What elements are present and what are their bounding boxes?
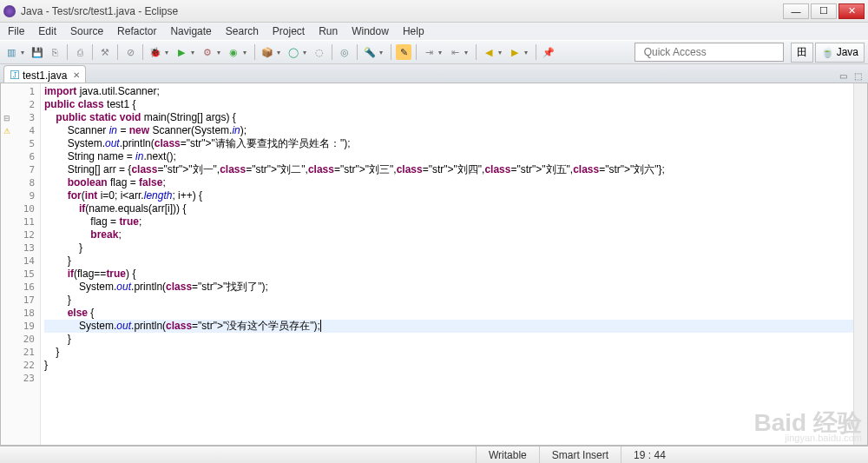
status-insert-mode: Smart Insert bbox=[539, 446, 621, 463]
java-perspective-icon: 🍵 bbox=[821, 46, 834, 58]
new-icon[interactable]: ▥ bbox=[3, 44, 19, 60]
menu-search[interactable]: Search bbox=[220, 23, 265, 39]
next-dropdown[interactable]: ▾ bbox=[438, 49, 445, 56]
back-icon[interactable]: ◀ bbox=[481, 44, 496, 60]
external-tools-icon[interactable]: ⚙ bbox=[200, 44, 215, 60]
menu-project[interactable]: Project bbox=[266, 23, 311, 39]
class-dropdown[interactable]: ▾ bbox=[303, 49, 310, 56]
open-type-icon[interactable]: ◎ bbox=[337, 44, 352, 60]
editor-area: ⊟⚠ 1234567891011121314151617181920212223… bbox=[0, 83, 868, 446]
new-class-icon[interactable]: ◯ bbox=[286, 44, 301, 60]
editor-tab-label: test1.java bbox=[23, 69, 67, 82]
menu-window[interactable]: Window bbox=[345, 23, 395, 39]
menu-run[interactable]: Run bbox=[312, 23, 344, 39]
java-file-icon: 🄹 bbox=[10, 70, 20, 81]
close-button[interactable]: ✕ bbox=[838, 3, 865, 19]
editor-margin: ⊟⚠ bbox=[1, 83, 13, 445]
status-cursor-pos: 19 : 44 bbox=[621, 446, 678, 463]
save-icon[interactable]: 💾 bbox=[30, 44, 45, 60]
debug-icon[interactable]: 🐞 bbox=[148, 44, 163, 60]
vertical-scrollbar[interactable] bbox=[853, 83, 867, 445]
coverage-icon[interactable]: ◉ bbox=[226, 44, 241, 60]
java-perspective-label: Java bbox=[837, 46, 858, 58]
open-perspective-icon: 田 bbox=[797, 45, 807, 60]
build-icon[interactable]: ⚒ bbox=[97, 44, 113, 60]
java-perspective-button[interactable]: 🍵Java bbox=[815, 43, 865, 63]
skip-breakpoints-icon[interactable]: ⊘ bbox=[122, 44, 138, 60]
open-perspective-button[interactable]: 田 bbox=[791, 43, 813, 63]
menu-edit[interactable]: Edit bbox=[32, 23, 62, 39]
print-icon[interactable]: ⎙ bbox=[72, 44, 88, 60]
menu-help[interactable]: Help bbox=[397, 23, 431, 39]
back-dropdown[interactable]: ▾ bbox=[498, 49, 505, 56]
search-icon[interactable]: 🔦 bbox=[362, 44, 378, 60]
new-package-icon[interactable]: 📦 bbox=[260, 44, 275, 60]
maximize-view-icon[interactable]: ⬚ bbox=[852, 71, 865, 81]
quick-access-input[interactable] bbox=[635, 43, 784, 62]
menu-bar: File Edit Source Refactor Navigate Searc… bbox=[0, 23, 868, 40]
tab-close-icon[interactable]: ✕ bbox=[73, 70, 80, 80]
minimize-button[interactable]: — bbox=[783, 3, 809, 19]
fwd-dropdown[interactable]: ▾ bbox=[524, 49, 531, 56]
editor-tabbar: 🄹 test1.java ✕ ▭ ⬚ bbox=[0, 64, 868, 83]
prev-dropdown[interactable]: ▾ bbox=[464, 49, 471, 56]
debug-dropdown[interactable]: ▾ bbox=[165, 49, 172, 56]
menu-navigate[interactable]: Navigate bbox=[164, 23, 217, 39]
toggle-mark-icon[interactable]: ✎ bbox=[396, 44, 411, 60]
maximize-button[interactable]: ☐ bbox=[811, 3, 837, 19]
save-all-icon[interactable]: ⎘ bbox=[47, 44, 62, 60]
code-editor[interactable]: import java.util.Scanner;public class te… bbox=[41, 83, 853, 445]
pkg-dropdown[interactable]: ▾ bbox=[277, 49, 284, 56]
new-interface-icon[interactable]: ◌ bbox=[312, 44, 327, 60]
editor-gutter: 1234567891011121314151617181920212223 bbox=[13, 83, 41, 445]
run-dropdown[interactable]: ▾ bbox=[191, 49, 198, 56]
prev-annotation-icon[interactable]: ⇤ bbox=[447, 44, 463, 60]
editor-tab-test1[interactable]: 🄹 test1.java ✕ bbox=[3, 65, 86, 83]
pin-icon[interactable]: 📌 bbox=[541, 44, 556, 60]
search-dropdown[interactable]: ▾ bbox=[379, 49, 386, 56]
status-writable: Writable bbox=[476, 446, 539, 463]
next-annotation-icon[interactable]: ⇥ bbox=[421, 44, 437, 60]
eclipse-icon bbox=[3, 5, 16, 17]
minimize-view-icon[interactable]: ▭ bbox=[837, 71, 850, 81]
run-icon[interactable]: ▶ bbox=[174, 44, 189, 60]
menu-refactor[interactable]: Refactor bbox=[111, 23, 162, 39]
new-dropdown[interactable]: ▾ bbox=[21, 49, 28, 56]
window-titlebar: Java - Test/src/test1.java - Eclipse — ☐… bbox=[0, 0, 868, 23]
window-title: Java - Test/src/test1.java - Eclipse bbox=[21, 5, 781, 17]
external-dropdown[interactable]: ▾ bbox=[217, 49, 224, 56]
forward-icon[interactable]: ▶ bbox=[507, 44, 523, 60]
main-toolbar: ▥▾ 💾 ⎘ ⎙ ⚒ ⊘ 🐞▾ ▶▾ ⚙▾ ◉▾ 📦▾ ◯▾ ◌ ◎ 🔦▾ ✎ … bbox=[0, 40, 868, 64]
coverage-dropdown[interactable]: ▾ bbox=[243, 49, 250, 56]
menu-file[interactable]: File bbox=[2, 23, 30, 39]
status-bar: Writable Smart Insert 19 : 44 bbox=[0, 446, 868, 463]
menu-source[interactable]: Source bbox=[64, 23, 109, 39]
